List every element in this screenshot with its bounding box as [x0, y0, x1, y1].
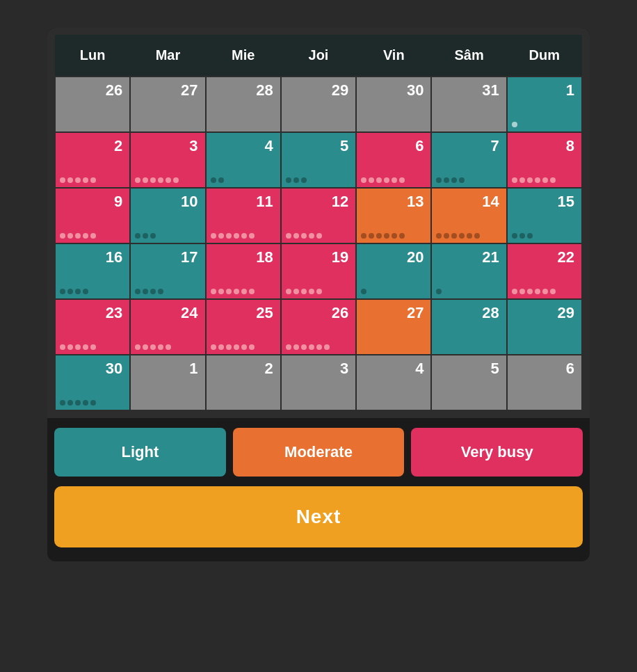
dot: [527, 289, 533, 294]
next-button[interactable]: Next: [54, 486, 583, 547]
calendar-cell[interactable]: 26: [55, 77, 130, 132]
calendar-cell[interactable]: 29: [281, 77, 356, 132]
calendar-cell[interactable]: 25: [206, 299, 281, 355]
calendar-cell[interactable]: 6: [507, 355, 582, 410]
calendar-cell[interactable]: 10: [130, 188, 205, 243]
dot: [444, 233, 449, 239]
calendar-cell[interactable]: 31: [431, 77, 506, 132]
calendar-cell[interactable]: 2: [55, 132, 130, 188]
calendar-cell[interactable]: 26: [281, 299, 356, 355]
calendar-cell[interactable]: 4: [356, 355, 431, 410]
calendar-table: LunMarMieJoiVinSâmDum 262728293031123456…: [54, 35, 583, 411]
calendar-cell[interactable]: 18: [206, 243, 281, 299]
cell-number: 13: [407, 193, 424, 210]
calendar-cell[interactable]: 30: [55, 355, 130, 410]
dot: [234, 289, 239, 294]
calendar-cell[interactable]: 13: [356, 188, 431, 243]
legend-moderate-button[interactable]: Moderate: [233, 428, 405, 477]
calendar-cell[interactable]: 29: [507, 299, 582, 355]
dot: [444, 177, 449, 183]
calendar-cell[interactable]: 27: [130, 77, 205, 132]
dot: [519, 289, 525, 294]
cell-number: 5: [340, 137, 348, 154]
calendar-cell[interactable]: 4: [206, 132, 281, 188]
dot: [286, 344, 291, 350]
calendar-cell[interactable]: 1: [130, 355, 205, 410]
cell-dots: [512, 289, 556, 294]
dot: [527, 233, 533, 239]
calendar-cell[interactable]: 5: [281, 132, 356, 188]
dot: [83, 289, 88, 294]
dot: [376, 177, 382, 183]
dot: [542, 177, 548, 183]
dot: [83, 344, 88, 350]
cell-number: 15: [558, 193, 574, 210]
dot: [143, 177, 148, 183]
calendar-cell[interactable]: 28: [206, 77, 281, 132]
calendar-cell[interactable]: 1: [507, 77, 582, 132]
calendar-cell[interactable]: 5: [431, 355, 506, 410]
day-header: Mie: [206, 35, 281, 77]
dot: [550, 289, 556, 294]
calendar-cell[interactable]: 9: [55, 188, 130, 243]
calendar-cell[interactable]: 8: [507, 132, 582, 188]
dot: [436, 233, 442, 239]
dot: [369, 233, 374, 239]
cell-number: 27: [407, 304, 424, 321]
calendar-cell[interactable]: 3: [130, 132, 205, 188]
cell-number: 12: [332, 193, 348, 210]
dot: [542, 289, 548, 294]
calendar-cell[interactable]: 14: [431, 188, 506, 243]
dot: [384, 233, 389, 239]
dot: [249, 344, 255, 350]
cell-dots: [135, 289, 163, 294]
calendar-cell[interactable]: 6: [356, 132, 431, 188]
dot: [211, 289, 216, 294]
calendar-cell[interactable]: 15: [507, 188, 582, 243]
calendar-cell[interactable]: 22: [507, 243, 582, 299]
cell-number: 29: [558, 304, 574, 321]
dot: [316, 233, 322, 239]
dot: [90, 400, 96, 406]
dot: [399, 177, 405, 183]
dot: [158, 289, 163, 294]
dot: [143, 233, 148, 239]
legend-verybusy-button[interactable]: Very busy: [411, 428, 583, 477]
calendar-cell[interactable]: 19: [281, 243, 356, 299]
cell-dots: [286, 177, 307, 183]
dot: [392, 233, 397, 239]
cell-dots: [436, 233, 480, 239]
dot: [293, 233, 299, 239]
dot: [234, 344, 239, 350]
dot: [158, 177, 163, 183]
calendar-cell[interactable]: 21: [431, 243, 506, 299]
dot: [384, 177, 389, 183]
dot: [376, 233, 382, 239]
dot: [301, 177, 307, 183]
cell-number: 26: [332, 304, 348, 321]
cell-number: 18: [256, 248, 273, 266]
dot: [226, 289, 232, 294]
calendar-cell[interactable]: 28: [431, 299, 506, 355]
cell-number: 10: [181, 193, 197, 210]
cell-dots: [436, 289, 442, 294]
calendar-cell[interactable]: 27: [356, 299, 431, 355]
calendar-cell[interactable]: 7: [431, 132, 506, 188]
dot: [166, 177, 171, 183]
calendar-cell[interactable]: 20: [356, 243, 431, 299]
calendar-wrapper: LunMarMieJoiVinSâmDum 262728293031123456…: [47, 28, 590, 418]
calendar-cell[interactable]: 11: [206, 188, 281, 243]
calendar-cell[interactable]: 2: [206, 355, 281, 410]
cell-number: 7: [490, 137, 499, 154]
calendar-cell[interactable]: 24: [130, 299, 205, 355]
calendar-cell[interactable]: 17: [130, 243, 205, 299]
legend-light-button[interactable]: Light: [54, 428, 226, 477]
cell-dots: [211, 233, 255, 239]
calendar-cell[interactable]: 12: [281, 188, 356, 243]
dot: [301, 344, 307, 350]
calendar-cell[interactable]: 30: [356, 77, 431, 132]
calendar-cell[interactable]: 16: [55, 243, 130, 299]
calendar-cell[interactable]: 3: [281, 355, 356, 410]
calendar-cell[interactable]: 23: [55, 299, 130, 355]
dot: [226, 344, 232, 350]
